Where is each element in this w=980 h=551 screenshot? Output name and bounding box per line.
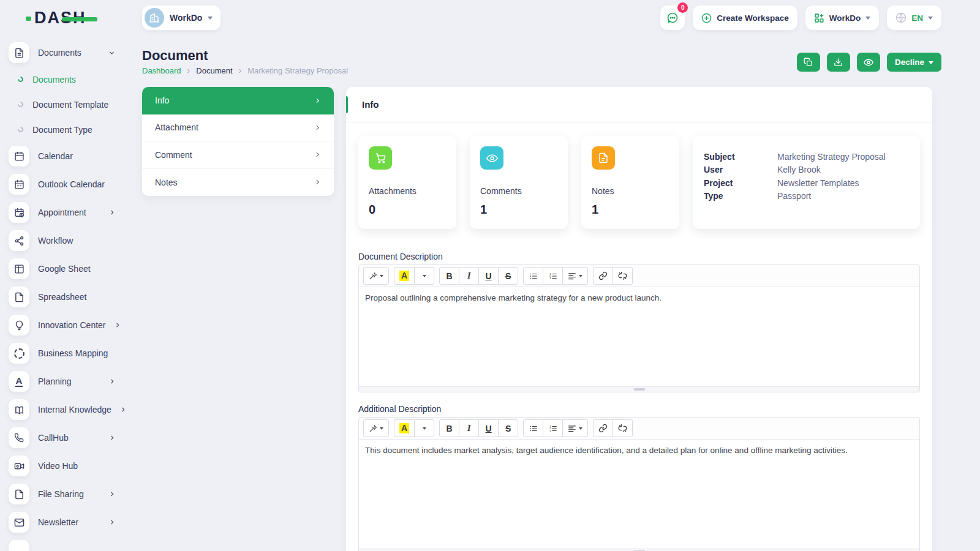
- underline-button[interactable]: U: [478, 267, 499, 285]
- letter-a-icon: A: [9, 371, 29, 392]
- insert-link-button[interactable]: [593, 419, 613, 437]
- preview-button[interactable]: [857, 53, 880, 72]
- style-magic-button[interactable]: [363, 419, 389, 437]
- create-workspace-button[interactable]: Create Workspace: [693, 6, 797, 30]
- chevron-down-icon: [579, 427, 582, 432]
- link-icon: [598, 424, 608, 433]
- language-selector[interactable]: EN: [887, 6, 941, 30]
- chevron-down-icon: [380, 427, 383, 432]
- sidebar-item-documents-group[interactable]: Documents: [0, 39, 130, 67]
- building-icon: [149, 12, 160, 23]
- detail-value: Newsletter Templates: [777, 177, 859, 190]
- document-details: Subject Marketing Strategy Proposal User…: [693, 136, 920, 229]
- sidebar-item-label: Video Hub: [38, 461, 78, 471]
- unlink-button[interactable]: [612, 419, 633, 437]
- sidebar-item-innovation-center[interactable]: Innovation Center: [0, 311, 130, 339]
- sidebar-item-label: Innovation Center: [38, 320, 106, 330]
- eye-icon: [864, 58, 873, 67]
- additional-description-text[interactable]: This document includes market analysis, …: [359, 440, 919, 549]
- sidebar-item-internal-knowledge[interactable]: Internal Knowledge: [0, 395, 130, 424]
- main-content: Document Dashboard › Document › Marketin…: [142, 36, 941, 551]
- lightbulb-icon: [9, 315, 29, 335]
- breadcrumb-dashboard-link[interactable]: Dashboard: [142, 66, 181, 75]
- sidebar-item-partial[interactable]: [0, 536, 130, 551]
- bold-button[interactable]: B: [439, 267, 459, 285]
- sidebar-item-label: Document Type: [32, 125, 92, 135]
- detail-label: Project: [704, 177, 777, 190]
- app-logo[interactable]: DASH: [34, 9, 86, 28]
- tab-label: Notes: [155, 178, 178, 187]
- sidebar-item-label: Workflow: [38, 236, 73, 246]
- stat-label: Comments: [480, 186, 557, 196]
- sidebar-item-business-mapping[interactable]: Business Mapping: [0, 339, 130, 367]
- style-magic-button[interactable]: [363, 267, 389, 285]
- sidebar-item-workflow[interactable]: Workflow: [0, 227, 130, 255]
- detail-row: Project Newsletter Templates: [704, 177, 920, 190]
- document-description-text[interactable]: Proposal outlining a comprehensive marke…: [359, 287, 919, 386]
- workdo-apps-menu[interactable]: WorkDo: [805, 6, 880, 30]
- paragraph-align-button[interactable]: [562, 267, 588, 285]
- breadcrumb-document-link[interactable]: Document: [196, 66, 232, 75]
- sidebar-item-file-sharing[interactable]: File Sharing: [0, 480, 130, 508]
- paragraph-align-button[interactable]: [562, 419, 588, 437]
- stat-attachments: Attachments 0: [358, 136, 456, 229]
- font-color-button[interactable]: A: [394, 267, 415, 285]
- tab-comment[interactable]: Comment: [142, 141, 334, 169]
- bold-button[interactable]: B: [439, 419, 459, 437]
- duplicate-button[interactable]: [797, 53, 820, 72]
- detail-row: User Kelly Brook: [704, 163, 920, 176]
- decline-button[interactable]: Decline: [887, 53, 941, 72]
- italic-button[interactable]: I: [459, 267, 479, 285]
- chevron-right-icon: [109, 209, 115, 216]
- unordered-list-button[interactable]: [523, 419, 543, 437]
- editor-toolbar: A B I U S: [359, 265, 919, 287]
- unlink-button[interactable]: [612, 267, 633, 285]
- editor-statusbar: [359, 386, 919, 392]
- page-actions: Decline: [797, 53, 941, 72]
- chevron-right-icon: [314, 97, 321, 104]
- sidebar-item-appointment[interactable]: Appointment: [0, 198, 130, 227]
- sidebar-item-label: Document Template: [32, 100, 108, 110]
- sidebar-item-outlook-calendar[interactable]: Outlook Calendar: [0, 170, 130, 198]
- info-card: Info Attachments 0 Comment: [346, 87, 932, 551]
- chevron-right-icon: [314, 124, 321, 131]
- tab-info[interactable]: Info: [142, 87, 334, 114]
- italic-button[interactable]: I: [459, 419, 479, 437]
- font-color-caret-button[interactable]: [414, 419, 434, 437]
- chat-button[interactable]: 0: [660, 6, 685, 30]
- tab-notes[interactable]: Notes: [142, 169, 334, 197]
- info-card-header: Info: [346, 87, 932, 122]
- ordered-list-button[interactable]: 123: [543, 267, 563, 285]
- sidebar-item-document-type[interactable]: Document Type: [0, 117, 130, 142]
- bullet-list-icon: [529, 272, 538, 280]
- insert-link-button[interactable]: [593, 267, 613, 285]
- strikethrough-button[interactable]: S: [498, 267, 518, 285]
- resize-grip[interactable]: [633, 388, 645, 391]
- sidebar-item-label: Planning: [38, 377, 72, 386]
- sidebar-item-document-template[interactable]: Document Template: [0, 92, 130, 117]
- document-icon: [9, 42, 29, 63]
- book-icon: [9, 399, 29, 420]
- sidebar-item-video-hub[interactable]: Video Hub: [0, 452, 130, 480]
- ordered-list-button[interactable]: 123: [543, 419, 563, 437]
- sidebar-item-documents[interactable]: Documents: [0, 67, 130, 92]
- font-color-button[interactable]: A: [394, 419, 415, 437]
- sidebar-item-spreadsheet[interactable]: Spreadsheet: [0, 283, 130, 311]
- workspace-switcher[interactable]: WorkDo: [142, 6, 221, 30]
- font-color-caret-button[interactable]: [414, 267, 434, 285]
- logo-bar-icon: [62, 17, 97, 21]
- strikethrough-button[interactable]: S: [498, 419, 518, 437]
- sidebar-item-calendar[interactable]: Calendar: [0, 142, 130, 170]
- language-code: EN: [911, 13, 923, 23]
- chevron-down-icon: [865, 17, 870, 22]
- note-icon: [592, 146, 615, 170]
- underline-button[interactable]: U: [478, 419, 499, 437]
- unordered-list-button[interactable]: [523, 267, 543, 285]
- tab-attachment[interactable]: Attachment: [142, 114, 334, 142]
- sidebar-item-google-sheet[interactable]: Google Sheet: [0, 255, 130, 283]
- sidebar-item-newsletter[interactable]: Newsletter: [0, 508, 130, 536]
- sidebar-item-planning[interactable]: A Planning: [0, 367, 130, 395]
- bullet-ring-icon: [17, 126, 24, 133]
- sidebar-item-callhub[interactable]: CallHub: [0, 424, 130, 452]
- download-button[interactable]: [827, 53, 850, 72]
